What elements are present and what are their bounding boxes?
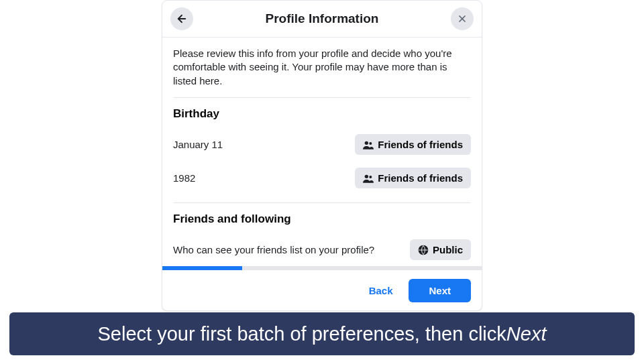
section-title: Birthday [173, 107, 471, 121]
svg-point-4 [370, 142, 372, 145]
caption-emphasis: Next [506, 323, 547, 345]
section-friends-following: Friends and following Who can see your f… [173, 202, 471, 266]
audience-label: Public [433, 244, 463, 255]
audience-label: Friends of friends [378, 172, 463, 184]
dialog-body: Please review this info from your profil… [162, 38, 482, 266]
back-arrow-button[interactable] [170, 7, 193, 30]
row-label: 1982 [173, 172, 355, 184]
row-label: Who can see your friends list on your pr… [173, 244, 410, 255]
svg-point-5 [365, 174, 368, 178]
section-title: Friends and following [173, 213, 471, 226]
dialog-footer: Back Next [162, 270, 482, 310]
section-birthday: Birthday January 11 Friends of friends 1… [173, 97, 471, 202]
close-icon [457, 13, 468, 24]
svg-point-6 [370, 176, 372, 178]
friends-of-friends-icon [363, 140, 374, 149]
progress-fill [162, 266, 242, 270]
intro-text: Please review this info from your profil… [173, 47, 471, 97]
audience-label: Friends of friends [378, 139, 463, 150]
row-friends-list: Who can see your friends list on your pr… [173, 235, 471, 265]
audience-selector[interactable]: Friends of friends [355, 168, 471, 188]
close-button[interactable] [451, 7, 474, 30]
instruction-caption: Select your first batch of preferences, … [9, 312, 635, 355]
friends-of-friends-icon [363, 174, 374, 183]
dialog-title: Profile Information [266, 11, 379, 26]
svg-point-3 [365, 141, 368, 144]
back-button[interactable]: Back [358, 280, 404, 302]
row-birthday-year: 1982 Friends of friends [173, 164, 471, 193]
dialog-header: Profile Information [162, 1, 482, 38]
profile-information-dialog: Profile Information Please review this i… [162, 0, 482, 311]
row-label: January 11 [173, 139, 355, 150]
row-birthday-date: January 11 Friends of friends [173, 130, 471, 160]
progress-bar [162, 266, 482, 270]
audience-selector[interactable]: Friends of friends [355, 134, 471, 155]
arrow-left-icon [176, 13, 188, 25]
globe-icon [418, 245, 429, 255]
audience-selector[interactable]: Public [410, 239, 471, 260]
next-button[interactable]: Next [409, 279, 471, 302]
caption-text: Select your first batch of preferences, … [98, 323, 506, 345]
